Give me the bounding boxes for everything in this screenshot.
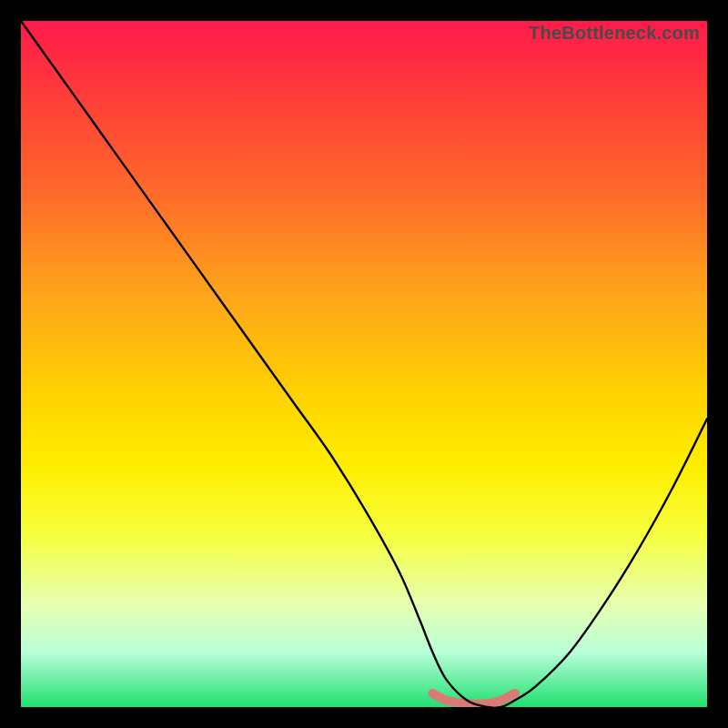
curve-svg — [21, 21, 707, 707]
chart-frame: TheBottleneck.com — [0, 0, 728, 728]
plot-area: TheBottleneck.com — [21, 21, 707, 707]
bottleneck-curve-path — [21, 21, 707, 707]
